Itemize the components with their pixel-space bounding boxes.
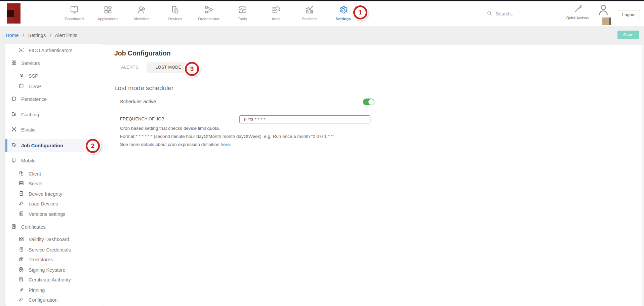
sidebar-item-validity-dashboard[interactable]: Validity Dashboard (5, 234, 103, 244)
sidebar-item-service-credentials[interactable]: Service Credentials (5, 245, 103, 255)
nav-item-devices[interactable]: Devices (158, 4, 192, 25)
nav-item-dashboard[interactable]: Dashboard (57, 4, 91, 25)
wrench-icon (18, 200, 29, 207)
sidebar-item-label: Load Devices (29, 201, 58, 206)
fido-scan-icon (18, 47, 29, 54)
magic-wand-icon (573, 8, 582, 14)
annotation-circle-2: 2 (86, 139, 100, 153)
nav-label: Audit (259, 17, 293, 21)
annotation-circle-1: 1 (353, 5, 367, 20)
frequency-help-line-3-suffix: . (230, 142, 231, 147)
breadcrumb-home-link[interactable]: Home (6, 33, 19, 38)
sidebar-item-elastic[interactable]: Elastic (5, 125, 103, 135)
client-devices-icon (18, 170, 29, 177)
job-clock-icon (11, 142, 21, 149)
tab-alerts[interactable]: ALERTS (113, 62, 147, 73)
frequency-help-line-2: Format * * * * * * (second minute hour d… (120, 134, 334, 139)
server-stack-icon (18, 180, 29, 187)
sidebar-item-fido-authenticators[interactable]: FIDO Authenticators (5, 45, 103, 55)
nav-label: Orchestrator (192, 17, 226, 21)
sidebar-item-pinning[interactable]: Pinning (5, 285, 103, 295)
top-navigation-bar: Dashboard Applications Identities Device… (0, 1, 644, 26)
nav-item-identities[interactable]: Identities (125, 4, 158, 25)
sidebar-item-label: Versions settings (29, 212, 66, 217)
nav-item-tools[interactable]: Tools (226, 4, 259, 25)
device-check-icon (18, 191, 29, 197)
sidebar-item-ldap[interactable]: LDAP (5, 81, 103, 91)
user-avatar-icon[interactable] (597, 3, 610, 16)
brand-logo[interactable] (7, 3, 21, 24)
sidebar-item-client[interactable]: Client (5, 169, 103, 179)
sidebar-item-label: SSP (29, 73, 38, 79)
user-thumbnail-image[interactable] (602, 17, 611, 25)
nav-item-orchestrator[interactable]: Orchestrator (192, 4, 226, 25)
nav-label: Devices (158, 17, 192, 21)
nav-item-audit[interactable]: Audit (259, 4, 293, 25)
nav-item-applications[interactable]: Applications (91, 4, 125, 25)
nav-item-statistics[interactable]: Statistics (293, 4, 326, 25)
wrench-icon (18, 297, 29, 303)
devices-icon (170, 10, 180, 16)
statistics-icon (305, 10, 315, 16)
scheduler-active-toggle[interactable] (363, 99, 374, 105)
sidebar-item-load-devices[interactable]: Load Devices (5, 199, 103, 209)
frequency-of-job-input[interactable] (239, 115, 370, 123)
sidebar-item-label: Configuration (29, 297, 57, 303)
sidebar-item-label: LDAP (29, 84, 41, 89)
main-nav: Dashboard Applications Identities Device… (57, 4, 360, 25)
sidebar-item-caching[interactable]: Caching (5, 110, 103, 120)
sidebar-item-label: Caching (21, 112, 39, 117)
elastic-nodes-icon (11, 126, 21, 133)
cron-definition-link[interactable]: here (220, 142, 230, 147)
sidebar-item-label: Certificate Authority (29, 277, 71, 282)
tab-bar: ALERTS LOST MODE (113, 62, 392, 73)
frequency-help-line-3-text: See more details about cron expression d… (120, 142, 220, 147)
sidebar-item-label: Services (21, 61, 40, 66)
sidebar-item-configuration[interactable]: Configuration (5, 295, 103, 305)
sidebar-item-persistence[interactable]: Persistence (5, 94, 103, 104)
settings-gear-icon (338, 10, 348, 16)
search-input[interactable] (495, 11, 550, 17)
validity-grid-icon (18, 236, 29, 243)
quick-actions-button[interactable]: Quick Actions (561, 4, 594, 20)
scrollbar-thumb[interactable] (643, 47, 643, 256)
sidebar-item-label: Signing Keystore (29, 267, 66, 273)
frequency-help-line-3: See more details about cron expression d… (120, 142, 231, 147)
quick-actions-label: Quick Actions (561, 16, 594, 20)
sidebar-item-label: Job Configuration (21, 143, 63, 148)
page-title: Job Configuration (114, 49, 171, 57)
sidebar-item-certificates[interactable]: Certificates (5, 222, 103, 232)
sidebar-item-certificate-authority[interactable]: Certificate Authority (5, 275, 103, 285)
sidebar-item-services[interactable]: Services (5, 58, 103, 68)
nav-label: Tools (226, 17, 259, 21)
sidebar-item-label: Server (29, 181, 43, 186)
row-divider (114, 111, 375, 111)
sidebar-item-signing-keystore[interactable]: Signing Keystore (5, 265, 103, 275)
content-panel: Job Configuration ALERTS LOST MODE Lost … (103, 45, 642, 306)
pushpin-icon (18, 287, 29, 294)
sidebar-item-label: FIDO Authenticators (29, 48, 73, 53)
sidebar-item-truststores[interactable]: Truststores (5, 255, 103, 265)
sidebar-item-mobile[interactable]: Mobile (5, 156, 103, 166)
section-title: Lost mode scheduler (114, 84, 173, 92)
nav-label: Dashboard (57, 17, 91, 21)
logout-button[interactable]: Logout (618, 10, 640, 19)
sidebar-item-device-integrity[interactable]: Device Integrity (5, 189, 103, 199)
sidebar-item-label: Elastic (21, 127, 36, 132)
annotation-circle-3: 3 (185, 62, 199, 76)
services-grid-icon (11, 60, 21, 67)
sidebar-item-ssp[interactable]: SSP (5, 71, 103, 81)
sidebar-item-label: Client (29, 171, 41, 177)
sidebar-item-versions-settings[interactable]: Versions settings (5, 209, 103, 219)
save-button[interactable]: Save (617, 31, 639, 39)
identities-icon (136, 10, 147, 16)
search-icon (486, 10, 492, 17)
frequency-help-line-1: Cron based setting that checks device li… (120, 126, 220, 131)
breadcrumb-settings: Settings (28, 33, 46, 38)
audit-icon (271, 10, 281, 16)
nav-label: Statistics (293, 17, 326, 21)
sidebar-item-server[interactable]: Server (5, 179, 103, 189)
settings-sidebar: FIDO Authenticators Services SSP LDAP Pe… (5, 44, 103, 306)
tab-lost-mode[interactable]: LOST MODE (147, 62, 190, 73)
global-search (486, 9, 556, 19)
